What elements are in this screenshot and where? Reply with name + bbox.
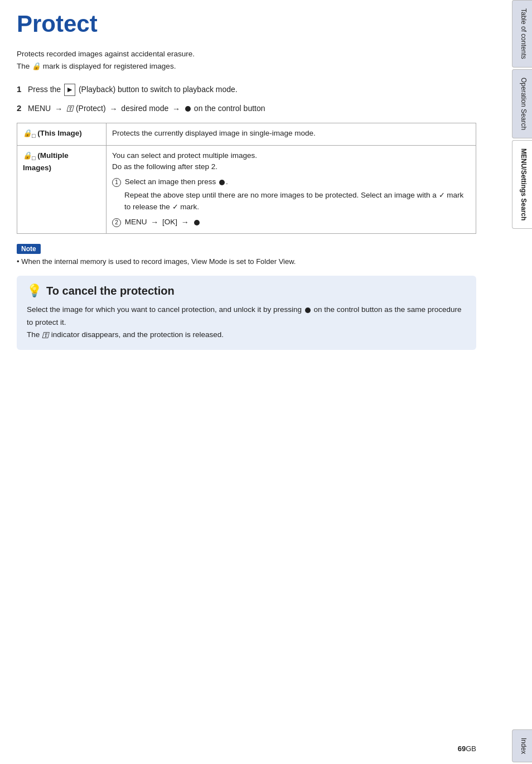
arrow1: → bbox=[55, 104, 62, 113]
arrow-sub2: → bbox=[181, 218, 189, 227]
multi-line2: Do as the following after step 2. bbox=[112, 161, 470, 173]
check-mark-1: ✓ bbox=[439, 191, 445, 200]
cancel-title-text: To cancel the protection bbox=[46, 285, 175, 297]
note-content-text: When the internal memory is used to reco… bbox=[21, 257, 296, 266]
table-cell-content-1: Protects the currently displayed image i… bbox=[107, 123, 476, 145]
protect-table: 🔒□ (This Image) Protects the currently d… bbox=[17, 123, 476, 234]
note-label: Note bbox=[17, 244, 41, 254]
table-row-multiple-images: 🔒□ (MultipleImages) You can select and p… bbox=[17, 145, 476, 233]
page-title: Protect bbox=[17, 11, 476, 37]
page-suffix: GB bbox=[466, 744, 476, 753]
arrow-sub: → bbox=[151, 218, 158, 227]
intro-line2-text: mark is displayed for registered images. bbox=[43, 62, 176, 70]
tip-icon: 💡 bbox=[27, 284, 42, 298]
table-label-1-text: (This Image) bbox=[37, 129, 82, 137]
sidebar: Table of contents Operation Search MENU/… bbox=[482, 0, 532, 764]
page-num-val: 69 bbox=[458, 744, 466, 753]
circle-dot-2 bbox=[194, 220, 200, 225]
cancel-title: 💡 To cancel the protection bbox=[27, 284, 466, 298]
sidebar-tab-operation[interactable]: Operation Search bbox=[512, 69, 532, 138]
intro-line1: Protects recorded images against acciden… bbox=[17, 48, 476, 60]
table-cell-content-2: You can select and protect multiple imag… bbox=[107, 145, 476, 233]
circle-dot-step2 bbox=[185, 106, 191, 112]
sidebar-tab-toc[interactable]: Table of contents bbox=[512, 0, 532, 68]
playback-icon: ▶ bbox=[64, 84, 75, 96]
cancel-text: Select the image for which you want to c… bbox=[27, 304, 466, 341]
cancel-protection-box: 💡 To cancel the protection Select the im… bbox=[17, 276, 476, 350]
main-content: Protect Protects recorded images against… bbox=[17, 0, 476, 350]
sidebar-tab-index[interactable]: Index bbox=[512, 729, 532, 762]
step1: 1 Press the ▶ (Playback) button to switc… bbox=[17, 83, 476, 96]
circle-dot-cancel bbox=[305, 307, 311, 313]
note-content: • When the internal memory is used to re… bbox=[17, 256, 476, 267]
table-row-this-image: 🔒□ (This Image) Protects the currently d… bbox=[17, 123, 476, 145]
table-cell-label-2: 🔒□ (MultipleImages) bbox=[17, 145, 107, 233]
table-cell-label-1: 🔒□ (This Image) bbox=[17, 123, 107, 145]
protect-sym-step2: ⚿ bbox=[66, 104, 74, 113]
arrow3: → bbox=[172, 104, 180, 113]
sub-item-2: 2 MENU → [OK] → bbox=[112, 217, 470, 229]
circle-dot-1 bbox=[219, 180, 225, 185]
note-box: Note • When the internal memory is used … bbox=[17, 244, 476, 267]
intro-line2: The 🔒 mark is displayed for registered i… bbox=[17, 60, 476, 73]
sub-item-1-detail: Repeat the above step until there are no… bbox=[124, 190, 470, 213]
multi-line1: You can select and protect multiple imag… bbox=[112, 150, 470, 162]
protect-mark-inline: 🔒 bbox=[32, 62, 41, 70]
intro-text: Protects recorded images against acciden… bbox=[17, 48, 476, 72]
step1-num: 1 bbox=[17, 84, 21, 94]
arrow2: → bbox=[109, 104, 117, 113]
sidebar-tab-menu[interactable]: MENU/Settings Search bbox=[512, 140, 532, 229]
circled-2: 2 bbox=[112, 218, 121, 227]
page-number: 69GB bbox=[458, 744, 476, 753]
step2: 2 MENU → ⚿ (Protect) → desired mode → on… bbox=[17, 102, 476, 115]
circled-1: 1 bbox=[112, 178, 121, 187]
protect-sym-cancel: ⚿ bbox=[42, 331, 49, 339]
check-mark-2: ✓ bbox=[172, 203, 178, 212]
sub-item-1: 1 Select an image then press . Repeat th… bbox=[112, 176, 470, 213]
step2-num: 2 bbox=[17, 103, 21, 113]
